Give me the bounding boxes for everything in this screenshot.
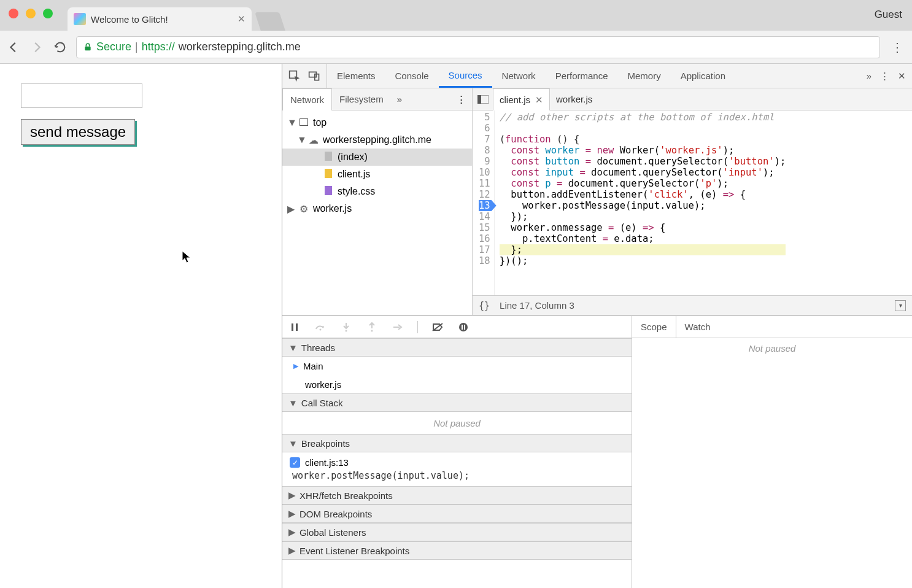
window-minimize-icon[interactable] [26, 9, 36, 18]
threads-header[interactable]: ▼Threads [282, 338, 632, 357]
back-button[interactable] [6, 40, 21, 55]
tab-close-icon[interactable]: ✕ [238, 14, 245, 25]
send-message-button[interactable]: send message [21, 119, 135, 145]
thread-label: worker.js [305, 379, 341, 390]
statusbar-overflow-icon[interactable]: ▾ [895, 300, 906, 311]
reload-button[interactable] [53, 40, 68, 55]
callstack-header[interactable]: ▼Call Stack [282, 393, 632, 412]
favicon-icon [74, 13, 86, 25]
more-tabs-icon[interactable]: » [867, 71, 871, 81]
step-into-button [340, 321, 352, 333]
navigator-menu-icon[interactable]: ⋮ [450, 88, 472, 110]
code-editor: client.js ✕ worker.js 567891011121314151… [473, 88, 912, 315]
browser-tab[interactable]: Welcome to Glitch! ✕ [68, 7, 252, 31]
pane-title: Event Listener Breakpoints [299, 546, 409, 556]
pause-exceptions-button[interactable] [457, 321, 470, 333]
scope-empty: Not paused [632, 338, 912, 588]
toggle-navigator-icon[interactable] [473, 88, 493, 110]
svg-rect-13 [462, 325, 463, 330]
callstack-empty: Not paused [282, 412, 632, 434]
tree-file-clientjs[interactable]: client.js [282, 166, 472, 183]
window-close-icon[interactable] [9, 9, 18, 18]
sources-navigator: Network Filesystem » ⋮ ▼ top ▼☁ workerst… [282, 88, 473, 315]
pause-button[interactable] [288, 321, 301, 333]
code-content[interactable]: // add other scripts at the bottom of in… [495, 110, 791, 295]
tree-file-index[interactable]: (index) [282, 149, 472, 166]
browser-tabstrip: Guest Welcome to Glitch! ✕ [0, 0, 912, 31]
navigator-tab-filesystem[interactable]: Filesystem [332, 88, 391, 110]
pane-title: Call Stack [301, 398, 343, 408]
tree-worker[interactable]: ▶⚙ worker.js [282, 200, 472, 217]
cursor-position: Line 17, Column 3 [500, 300, 574, 311]
pane-title: XHR/fetch Breakpoints [299, 490, 393, 501]
browser-toolbar: Secure | https://workerstepping.glitch.m… [0, 31, 912, 64]
browser-menu-icon[interactable]: ⋮ [889, 40, 906, 55]
dom-breakpoints-header[interactable]: ▶DOM Breakpoints [282, 505, 632, 523]
svg-point-9 [346, 330, 347, 331]
address-separator: | [135, 41, 138, 53]
event-breakpoints-header[interactable]: ▶Event Listener Breakpoints [282, 541, 632, 560]
tree-file-stylecss[interactable]: style.css [282, 183, 472, 200]
editor-tab-label: client.js [500, 95, 530, 105]
step-button [392, 321, 404, 333]
secure-label: Secure [96, 41, 131, 53]
devtools-panel: ElementsConsoleSourcesNetworkPerformance… [282, 64, 912, 588]
profile-label[interactable]: Guest [875, 9, 902, 21]
step-over-button [314, 321, 327, 333]
window-controls [9, 9, 53, 18]
editor-tab-clientjs[interactable]: client.js ✕ [493, 88, 550, 110]
step-out-button [366, 321, 378, 333]
tree-domain[interactable]: ▼☁ workerstepping.glitch.me [282, 131, 472, 149]
line-gutter[interactable]: 56789101112131415161718 [473, 110, 495, 295]
tree-frame-top[interactable]: ▼ top [282, 114, 472, 131]
pretty-print-icon[interactable]: {} [479, 300, 490, 311]
device-toggle-icon[interactable] [308, 70, 320, 82]
devtools-close-icon[interactable]: ✕ [898, 71, 906, 82]
close-icon[interactable]: ✕ [535, 95, 543, 106]
breakpoint-row[interactable]: ✓ client.js:13 worker.postMessage(input.… [282, 452, 632, 486]
editor-tab-workerjs[interactable]: worker.js [550, 88, 598, 110]
scope-tab-watch[interactable]: Watch [676, 316, 719, 338]
global-listeners-header[interactable]: ▶Global Listeners [282, 523, 632, 541]
thread-worker[interactable]: worker.js [282, 375, 632, 393]
navigator-more-icon[interactable]: » [391, 88, 408, 110]
devtools-menu-icon[interactable]: ⋮ [880, 71, 889, 82]
devtools-tab-sources[interactable]: Sources [439, 64, 492, 88]
breakpoint-checkbox[interactable]: ✓ [290, 457, 300, 468]
devtools-tab-performance[interactable]: Performance [546, 64, 618, 88]
scope-tabs: Scope Watch [632, 316, 912, 338]
pane-title: Global Listeners [299, 527, 366, 538]
thread-main[interactable]: Main [282, 357, 632, 375]
message-input[interactable] [21, 83, 142, 108]
devtools-tab-application[interactable]: Application [671, 64, 735, 88]
svg-rect-0 [85, 46, 90, 50]
new-tab-button[interactable] [255, 12, 285, 31]
address-scheme: https:// [142, 41, 175, 53]
navigator-tab-network[interactable]: Network [282, 88, 332, 110]
tree-label: top [313, 117, 327, 128]
pane-title: Threads [301, 342, 335, 353]
breakpoints-header[interactable]: ▼Breakpoints [282, 434, 632, 452]
lock-icon [83, 42, 93, 52]
window-zoom-icon[interactable] [43, 9, 53, 18]
svg-rect-7 [296, 323, 298, 331]
devtools-tab-console[interactable]: Console [385, 64, 439, 88]
devtools-tab-memory[interactable]: Memory [618, 64, 671, 88]
devtools-tab-elements[interactable]: Elements [327, 64, 385, 88]
deactivate-breakpoints-button[interactable] [431, 321, 444, 333]
svg-point-12 [459, 323, 468, 331]
scope-tab-scope[interactable]: Scope [632, 316, 676, 338]
inspect-element-icon[interactable] [288, 70, 301, 82]
debugger-controls [282, 316, 632, 338]
thread-label: Main [303, 361, 323, 371]
cursor-icon [182, 250, 191, 264]
breakpoint-label: client.js:13 [305, 457, 349, 468]
tree-label: (index) [338, 152, 368, 163]
page-viewport: send message [0, 64, 282, 588]
xhr-breakpoints-header[interactable]: ▶XHR/fetch Breakpoints [282, 486, 632, 505]
address-bar[interactable]: Secure | https://workerstepping.glitch.m… [76, 36, 880, 58]
tree-label: client.js [338, 169, 370, 180]
tab-title: Welcome to Glitch! [91, 14, 233, 25]
tree-label: workerstepping.glitch.me [323, 134, 431, 145]
devtools-tab-network[interactable]: Network [492, 64, 546, 88]
